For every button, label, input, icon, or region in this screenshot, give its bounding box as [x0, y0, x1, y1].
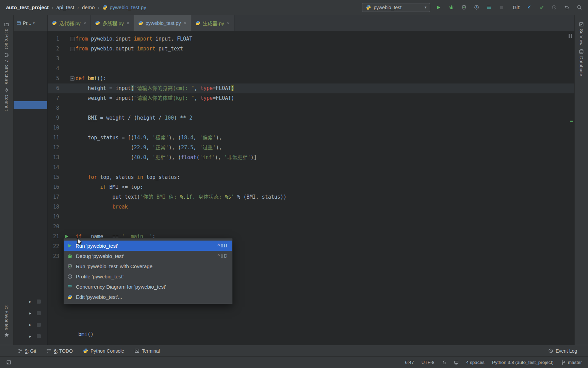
- breadcrumb-file[interactable]: pywebio_test.py: [102, 4, 146, 10]
- toolwindow-button-git[interactable]: 9: Git: [18, 348, 36, 354]
- star-icon: [4, 332, 9, 337]
- database-icon: [579, 49, 584, 54]
- status-bar: 6:47 UTF-8 4 spaces Python 3.8 (auto_tes…: [0, 356, 588, 368]
- editor-tab[interactable]: pywebio_test.py: [134, 15, 191, 31]
- tree-item[interactable]: ▸: [14, 331, 47, 342]
- menu-item[interactable]: Debug 'pywebio_test'^⇧D: [64, 251, 232, 261]
- tree-item[interactable]: ▸: [14, 296, 47, 307]
- editor-tab[interactable]: 生成器.py: [191, 15, 234, 31]
- toolwindow-button-todo[interactable]: 6: TODO: [46, 348, 73, 354]
- python-icon: [138, 20, 143, 26]
- screen-icon[interactable]: [454, 360, 459, 365]
- gutter-markers: [63, 123, 76, 133]
- code-text: (22.9, '正常'), (27.5, '过重'),: [76, 143, 574, 153]
- breadcrumb-item[interactable]: demo: [82, 4, 95, 10]
- menu-item[interactable]: Run 'pywebio_test'^⇧R: [64, 241, 232, 251]
- editor-tab[interactable]: 迭代器.py: [48, 15, 91, 31]
- tool-stripe-favorites[interactable]: 2: Favorites: [4, 305, 9, 337]
- structure-icon: [4, 52, 9, 58]
- tool-stripe-project[interactable]: 1: Project: [4, 22, 9, 49]
- line-number: 5: [48, 74, 63, 83]
- run-with-coverage-button[interactable]: [460, 3, 468, 12]
- breadcrumb-item[interactable]: api_test: [56, 4, 75, 10]
- tab-close-icon[interactable]: [126, 21, 130, 25]
- chevron-right-icon: ▸: [29, 299, 31, 304]
- profile-button[interactable]: [472, 3, 480, 12]
- right-tool-stripe: SciViewDatabase: [574, 15, 588, 345]
- menu-item-label: Profile 'pywebio_test': [76, 274, 124, 279]
- code-line: 2−from pywebio.output import put_text: [48, 44, 574, 54]
- tree-item[interactable]: ▸: [14, 319, 47, 331]
- toolwindow-layout-icon[interactable]: [6, 360, 11, 365]
- code-text: top_status = [(14.9, '极瘦'), (18.4, '偏瘦')…: [76, 133, 574, 143]
- tree-item[interactable]: ▸: [14, 307, 47, 319]
- python-interpreter[interactable]: Python 3.8 (auto_test_project): [492, 360, 554, 365]
- fold-marker-icon[interactable]: −: [70, 47, 75, 51]
- code-line: 5−def bmi():: [48, 74, 574, 83]
- code-line: 15 for top, status in top_status:: [48, 172, 574, 182]
- debug-icon: [67, 254, 72, 259]
- code-text: if BMI <= top:: [76, 182, 574, 192]
- debug-button[interactable]: [447, 3, 455, 12]
- inspections-indicator[interactable]: [569, 34, 572, 38]
- file-encoding[interactable]: UTF-8: [422, 360, 435, 365]
- menu-item-label: Debug 'pywebio_test': [76, 253, 124, 259]
- line-number: 17: [48, 192, 63, 202]
- editor-tab[interactable]: 多线程.py: [91, 15, 134, 31]
- code-text: def bmi():: [76, 74, 574, 83]
- menu-item-label: Edit 'pywebio_test'...: [76, 294, 122, 300]
- menu-item[interactable]: Concurrency Diagram for 'pywebio_test': [64, 281, 232, 292]
- tab-close-icon[interactable]: [83, 21, 86, 25]
- tool-stripe-database[interactable]: Database: [579, 49, 584, 76]
- git-commit-button[interactable]: [537, 3, 545, 12]
- menu-item[interactable]: Profile 'pywebio_test': [64, 271, 232, 281]
- project-tree-selection[interactable]: [14, 101, 47, 109]
- code-line: 4: [48, 64, 574, 74]
- file-icon: [37, 334, 41, 338]
- fold-marker-icon[interactable]: −: [70, 76, 75, 81]
- run-button[interactable]: [435, 3, 443, 12]
- code-text: (40.0, '肥胖'), (float('inf'), '非常肥胖')]: [76, 153, 574, 163]
- search-everywhere-button[interactable]: [575, 3, 583, 12]
- tool-stripe-structure[interactable]: 7: Structure: [4, 52, 9, 84]
- code-line: 20: [48, 222, 574, 232]
- menu-item[interactable]: Run 'pywebio_test' with Coverage: [64, 261, 232, 271]
- toolwindow-button-python-console[interactable]: Python Console: [83, 348, 124, 354]
- concurrency-diagram-button[interactable]: [485, 3, 493, 12]
- code-line: 18 break: [48, 202, 574, 212]
- indent-setting[interactable]: 4 spaces: [466, 360, 485, 365]
- tool-stripe-label: Commit: [4, 95, 9, 111]
- caret-position[interactable]: 6:47: [405, 360, 414, 365]
- menu-item[interactable]: Edit 'pywebio_test'...: [64, 292, 232, 302]
- gutter-markers: [63, 103, 76, 113]
- line-number: 6: [48, 83, 63, 93]
- breadcrumb-item[interactable]: auto_test_project: [6, 4, 49, 10]
- code-line: 6 height = input("请输入你的身高(cm): ", type=F…: [48, 83, 574, 93]
- tool-stripe-commit[interactable]: Commit: [4, 88, 9, 111]
- fold-marker-icon[interactable]: −: [70, 37, 75, 41]
- tool-stripe-sciview[interactable]: SciView: [579, 22, 584, 46]
- line-number: 23: [48, 251, 63, 261]
- gutter-markers: [63, 143, 76, 153]
- code-text: [76, 222, 574, 232]
- gutter-markers: −: [63, 44, 76, 54]
- line-number: 1: [48, 34, 63, 44]
- tab-close-icon[interactable]: [183, 21, 187, 25]
- project-panel[interactable]: ▸▸▸▸: [14, 31, 48, 345]
- left-tool-stripe: 1: Project7: StructureCommit 2: Favorite…: [0, 15, 14, 345]
- git-update-button[interactable]: [525, 3, 533, 12]
- code-text: from pywebio.output import put_text: [76, 44, 574, 54]
- run-line-icon[interactable]: [64, 234, 69, 239]
- undo-button[interactable]: [562, 3, 571, 12]
- breadcrumb: auto_test_project›api_test›demo›pywebio_…: [6, 4, 146, 10]
- tab-close-icon[interactable]: [227, 21, 230, 25]
- git-branch-widget[interactable]: master: [561, 360, 582, 365]
- history-button[interactable]: [550, 3, 558, 12]
- line-number: 9: [48, 113, 63, 123]
- gutter-markers: [63, 64, 76, 74]
- run-config-select[interactable]: pywebio_test ▾: [362, 3, 430, 12]
- toolwindow-button-terminal[interactable]: Terminal: [134, 348, 160, 354]
- project-panel-header[interactable]: Pr... ▾: [14, 15, 48, 31]
- toolwindow-button-event-log[interactable]: Event Log: [548, 348, 577, 354]
- lock-icon[interactable]: [442, 360, 446, 365]
